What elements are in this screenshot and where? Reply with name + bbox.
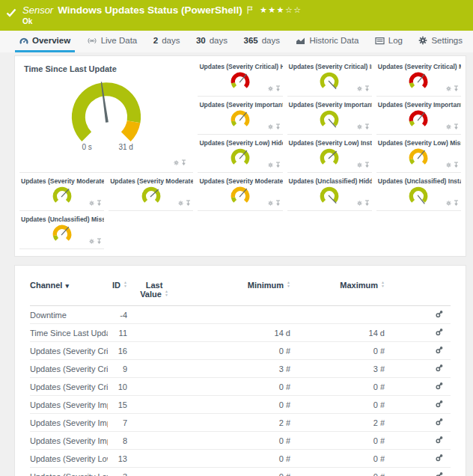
gauge-pin-icon[interactable] (454, 157, 459, 171)
channel-settings-wrench-icon[interactable] (436, 400, 444, 409)
gauge-pin-icon[interactable] (181, 155, 186, 168)
gauge-settings-gear-icon[interactable] (357, 195, 362, 209)
tab-historic-data[interactable]: Historic Data (291, 31, 363, 52)
gauge-settings-gear-icon[interactable] (446, 81, 451, 94)
channel-settings-wrench-icon[interactable] (436, 472, 444, 476)
gauge-pin-icon[interactable] (364, 119, 370, 132)
gauge-title: Updates (Severity Moderate) ... (198, 175, 282, 185)
column-header-channel[interactable]: Channel▾ (30, 276, 108, 306)
gauge-panel-channel-8: Updates (Severity Low) Missi... (376, 137, 461, 173)
gauge-pin-icon[interactable] (364, 81, 370, 94)
gauge-mini-icons (446, 195, 459, 209)
gauge-mini-icons (446, 157, 459, 171)
channel-settings-wrench-icon[interactable] (436, 436, 444, 445)
gauge-panel-channel-9: Updates (Severity Moderate) ... (19, 175, 104, 211)
cell-channel: Updates (Severity Impo... (30, 414, 108, 432)
gauge-title: Updates (Severity Moderate) ... (19, 175, 104, 185)
gauge-settings-gear-icon[interactable] (268, 157, 273, 171)
gauge-mini-icons (268, 119, 281, 132)
gauge-pin-icon[interactable] (454, 119, 459, 132)
cell-minimum (181, 306, 290, 324)
cell-id: 16 (108, 342, 127, 360)
gauge-panel-channel-2: Updates (Severity Critical) Mi... (376, 61, 461, 97)
gauge-settings-gear-icon[interactable] (357, 119, 362, 132)
gauge-settings-gear-icon[interactable] (268, 81, 273, 94)
channels-table-body: Downtime-4Time Since Last Update1114 d14… (30, 306, 451, 476)
gauge-title: Updates (Severity Important) ... (198, 99, 282, 109)
channel-row: Updates (Severity Critic...160 #0 # (30, 342, 451, 360)
cell-channel: Downtime (30, 306, 108, 324)
cell-last-value (127, 396, 181, 414)
gauge-pin-icon[interactable] (275, 119, 281, 132)
channel-gauge-2 (405, 70, 432, 91)
channel-settings-wrench-icon[interactable] (436, 311, 444, 320)
gauge-settings-gear-icon[interactable] (357, 81, 362, 94)
tab-label: days (210, 36, 228, 45)
channel-settings-wrench-icon[interactable] (436, 382, 444, 391)
gauge-mini-icons (357, 157, 370, 171)
gauge-panel-channel-10: Updates (Severity Moderate) I... (109, 175, 193, 211)
gauge-settings-gear-icon[interactable] (89, 195, 94, 209)
column-header-minimum[interactable]: Minimum▲▼ (181, 276, 290, 306)
tab-overview[interactable]: Overview (15, 31, 75, 52)
column-label: Value (140, 290, 162, 299)
channel-gauge-5 (405, 109, 432, 129)
priority-stars[interactable]: ★★★☆☆ (260, 5, 302, 15)
gauge-settings-gear-icon[interactable] (446, 157, 451, 171)
gauge-settings-gear-icon[interactable] (89, 234, 94, 247)
cell-id: 15 (108, 396, 127, 414)
gauge-pin-icon[interactable] (454, 81, 459, 94)
gauge-pin-icon[interactable] (275, 81, 281, 94)
gauge-pin-icon[interactable] (364, 195, 370, 209)
gauge-settings-gear-icon[interactable] (446, 119, 451, 132)
gauge-settings-gear-icon[interactable] (268, 195, 273, 209)
tab-2-days[interactable]: 2days (149, 31, 185, 52)
gauge-pin-icon[interactable] (97, 234, 102, 247)
channel-gauge-6 (227, 147, 254, 168)
cell-last-value (127, 450, 181, 468)
cell-id: 8 (108, 432, 127, 450)
tab-label: days (162, 36, 180, 45)
gauge-mini-icons (446, 81, 459, 94)
cell-last-value (127, 378, 181, 396)
gauge-title: Updates (Severity Important) ... (287, 99, 372, 109)
tab-live-data[interactable]: Live Data (82, 31, 142, 52)
gauge-pin-icon[interactable] (97, 195, 102, 209)
column-header-maximum[interactable]: Maximum▲▼ (290, 276, 385, 306)
gauge-panel-channel-6: Updates (Severity Low) Hidden (198, 137, 282, 173)
tab-settings[interactable]: Settings (414, 31, 467, 52)
gauge-settings-gear-icon[interactable] (178, 195, 183, 209)
gauge-settings-gear-icon[interactable] (446, 195, 451, 209)
gauge-settings-gear-icon[interactable] (268, 119, 273, 132)
gauge-pin-icon[interactable] (275, 157, 281, 171)
status-ok-check-icon (6, 7, 16, 20)
gauge-pin-icon[interactable] (275, 195, 281, 209)
channel-settings-wrench-icon[interactable] (436, 418, 444, 427)
channel-settings-wrench-icon[interactable] (436, 329, 444, 338)
tab-log[interactable]: Log (370, 31, 407, 52)
channel-settings-wrench-icon[interactable] (436, 347, 444, 356)
channel-gauge-12 (316, 185, 343, 206)
gauge-panel-channel-4: Updates (Severity Important) ... (287, 99, 372, 135)
tab-365-days[interactable]: 365days (239, 31, 284, 52)
channel-settings-wrench-icon[interactable] (436, 454, 444, 463)
cell-id: 7 (108, 414, 127, 432)
gauge-panel-channel-5: Updates (Severity Important) ... (376, 99, 461, 135)
gauge-pin-icon[interactable] (454, 195, 459, 209)
gauge-pin-icon[interactable] (186, 195, 191, 209)
column-label: Last (146, 281, 163, 290)
gauge-settings-gear-icon[interactable] (174, 155, 179, 168)
gauge-settings-gear-icon[interactable] (357, 157, 362, 171)
column-header-id[interactable]: ID▲▼ (108, 276, 127, 306)
channel-settings-wrench-icon[interactable] (436, 364, 444, 373)
cell-id: 10 (108, 378, 127, 396)
column-label: Minimum (248, 281, 284, 290)
historic-data-icon (296, 37, 305, 45)
column-header-last-value[interactable]: LastValue▲▼ (127, 276, 181, 306)
tab-30-days[interactable]: 30days (192, 31, 232, 52)
gauge-pin-icon[interactable] (364, 157, 370, 171)
cell-channel: Updates (Severity Critic... (30, 378, 108, 396)
channel-gauge-7 (316, 147, 343, 168)
cell-maximum: 0 # (290, 396, 385, 414)
channel-row: Updates (Severity Impo...80 #0 # (30, 432, 451, 450)
